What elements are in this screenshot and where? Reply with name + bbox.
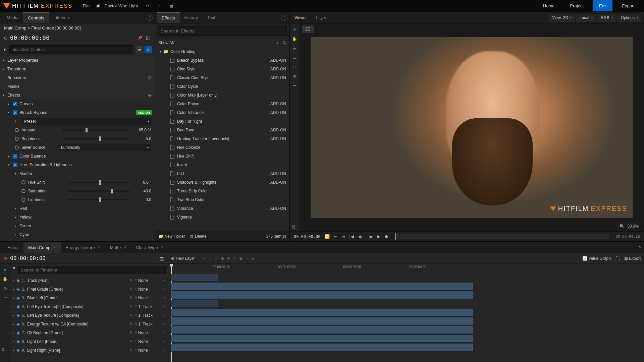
square-icon[interactable]: ■ (227, 256, 230, 261)
circle-icon[interactable]: ○ (246, 256, 248, 261)
ellipse-tool-icon[interactable]: ○ (291, 64, 298, 70)
visibility-icon[interactable]: ◉ (16, 296, 20, 300)
grip-icon[interactable]: ⠿ (135, 287, 136, 291)
in-point-icon[interactable]: ⇤ (334, 234, 337, 239)
hue-shift-slider[interactable] (68, 182, 129, 183)
visibility-icon[interactable]: ◉ (16, 278, 20, 283)
keyframe-icon[interactable] (15, 137, 19, 141)
prev-keyframe-icon[interactable]: ◁ (202, 256, 205, 261)
track-name[interactable]: Left Eye Texture[2] [Composite] (27, 304, 127, 309)
options-dropdown[interactable]: Options▾ (618, 14, 641, 22)
magnet-icon[interactable]: ⊔ (1, 355, 5, 359)
silver-source-dropdown[interactable]: Luminosity▾ (58, 144, 151, 151)
visibility-icon[interactable]: ◉ (16, 322, 20, 326)
blend-mode-dropdown[interactable]: None (138, 296, 162, 300)
close-icon[interactable]: ✕ (53, 245, 56, 250)
amount-value[interactable]: 65.0 % (133, 128, 151, 132)
fit-icon[interactable]: ⛶ (615, 256, 620, 261)
timeline-ruler[interactable]: 00:00:01:0000:00:02:0000:00:03:0000:00:0… (168, 264, 644, 273)
timeline-clip[interactable] (171, 283, 473, 290)
effect-curves[interactable]: Curves (19, 102, 152, 106)
blend-mode-dropdown[interactable]: 1. Track (138, 313, 162, 318)
amount-slider[interactable] (62, 129, 129, 131)
tab-text[interactable]: Text (203, 12, 220, 23)
pointer-tool-icon[interactable]: ➤ (291, 26, 298, 32)
loop-icon[interactable]: 🔁 (324, 234, 330, 239)
help-icon[interactable]: ? (147, 15, 153, 21)
grip-icon[interactable]: ⠿ (135, 322, 136, 326)
track-name[interactable]: Oli Brighten [Grade] (27, 330, 127, 335)
effect-item[interactable]: Hue Shift (177, 154, 286, 159)
help-icon[interactable]: ? (281, 15, 287, 21)
effect-item[interactable]: Vibrance (177, 206, 270, 211)
timeline-export-button[interactable]: ▦ Export (624, 256, 641, 261)
nav-home[interactable]: Home (537, 0, 561, 11)
visibility-icon[interactable]: ◉ (16, 348, 20, 353)
track-row[interactable]: ▸ ◉ 8. Light Left [Plane] ✎ ⠿ None ▾ (10, 337, 168, 346)
edit-icon[interactable]: ✎ (129, 304, 132, 309)
track-name[interactable]: Track [Point] (27, 278, 127, 283)
hand-tool-icon[interactable]: ✋ (2, 276, 8, 282)
view-2d-badge[interactable]: 2D (302, 25, 314, 33)
blend-mode-dropdown[interactable]: None (138, 278, 162, 283)
timeline-tab[interactable]: Clock Wipe✕ (131, 242, 168, 253)
lightness-slider[interactable] (68, 199, 129, 200)
hue-shift-value[interactable]: 0.0 ° (133, 180, 151, 185)
track-name[interactable]: Light Right [Plane] (27, 348, 127, 353)
section-masks[interactable]: Masks (7, 84, 152, 89)
keyframe-icon[interactable] (15, 145, 19, 149)
rate-tool-icon[interactable]: 〰 (2, 295, 8, 301)
visibility-icon[interactable]: ◉ (16, 304, 20, 309)
effect-item[interactable]: Classic Cine Style (177, 75, 270, 80)
brightness-slider[interactable] (62, 138, 129, 139)
project-dropdown[interactable]: ▣ Doctor Who Light (96, 3, 138, 8)
nav-project[interactable]: Project (564, 0, 590, 11)
effect-item[interactable]: Color Cycle (177, 84, 286, 89)
panel-layout-icon[interactable]: ▯▯ (146, 36, 151, 40)
effects-search-input[interactable] (158, 26, 287, 36)
local-dropdown[interactable]: Local▾ (576, 14, 596, 22)
timeline-clip[interactable] (171, 309, 473, 316)
blend-mode-dropdown[interactable]: None (138, 348, 162, 353)
section-layer-properties[interactable]: Layer Properties (7, 58, 152, 63)
blend-mode-dropdown[interactable]: None (138, 339, 162, 344)
add-behavior-icon[interactable]: ⊕ (148, 75, 152, 80)
delete-button[interactable]: 🗑 Delete (190, 234, 207, 239)
controls-search-input[interactable] (9, 45, 133, 54)
move-tool-icon[interactable]: ✥ (291, 73, 298, 79)
track-row[interactable]: ▸ ◉ 3. Blue Left [Grade] ✎ ⠿ None ▾ (10, 294, 168, 302)
diamond-outline-icon[interactable]: ◇ (233, 256, 236, 261)
prev-frame-icon[interactable]: ◀|| (358, 234, 364, 239)
track-row[interactable]: ▸ ◉ 4. Left Eye Texture[2] [Composite] ✎… (10, 302, 168, 311)
blend-mode-dropdown[interactable]: 1. Track (138, 322, 162, 326)
effect-item[interactable]: Color Vibrance (177, 110, 270, 115)
controls-timecode[interactable]: 00:00:00:00 (10, 35, 50, 41)
track-name[interactable]: Final Grade [Grade] (27, 287, 127, 292)
effect-item[interactable]: Duo Tone (177, 128, 270, 132)
next-frame-icon[interactable]: ||▶ (368, 234, 373, 239)
track-row[interactable]: ▸ ◉ 1. Track [Point] ✎ ⠿ None ▾ (10, 276, 168, 285)
visibility-icon[interactable]: ◉ (16, 313, 20, 318)
text-tool-icon[interactable]: A (291, 45, 298, 51)
section-transform[interactable]: Transform (7, 67, 152, 71)
tab-viewer[interactable]: Viewer (290, 13, 311, 23)
close-icon[interactable]: ✕ (161, 245, 164, 250)
track-row[interactable]: ▸ ◉ 6. Energy Texture w/ CA [Composite] … (10, 320, 168, 328)
effect-item[interactable]: Vignette (177, 215, 286, 220)
pin-icon[interactable]: 📌 (138, 36, 143, 40)
effect-item[interactable]: Grading Transfer [Layer only] (177, 136, 270, 141)
undo-icon[interactable]: ↶ (145, 3, 150, 9)
grip-icon[interactable]: ⠿ (135, 296, 136, 300)
gear-icon[interactable]: ⚙ (1, 347, 5, 352)
timeline-tab[interactable]: Matte✕ (105, 242, 131, 253)
edit-icon[interactable]: ✎ (129, 348, 132, 352)
track-name[interactable]: Left Eye Texture [Composite] (27, 313, 127, 318)
view-mode-dropdown[interactable]: View: 2D▾ (549, 14, 575, 22)
filter-icon[interactable]: ▼ (12, 266, 16, 274)
tab-controls[interactable]: Controls (23, 12, 49, 23)
grip-icon[interactable]: ⠿ (135, 305, 136, 308)
close-icon[interactable]: ✕ (98, 245, 101, 250)
timeline-search-input[interactable] (18, 266, 166, 274)
play-icon[interactable]: ▶ (377, 234, 380, 239)
grip-icon[interactable]: ⠿ (135, 348, 136, 352)
